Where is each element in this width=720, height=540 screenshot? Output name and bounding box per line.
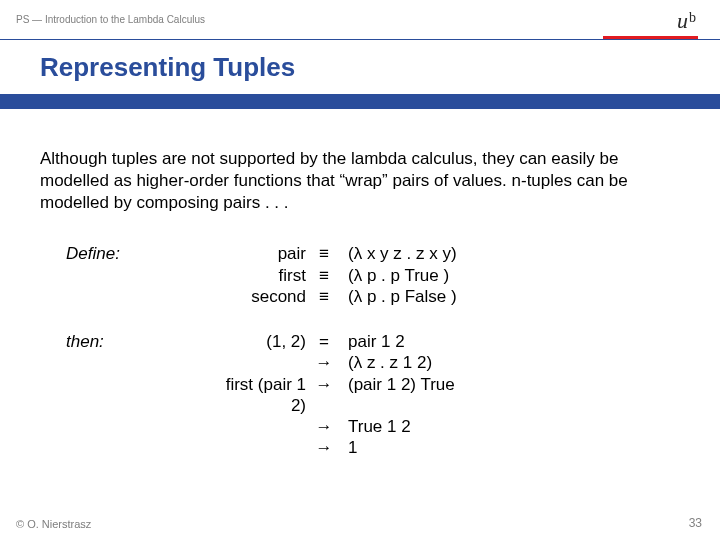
- eval-term-1: (1, 2): [200, 331, 310, 352]
- eval-rhs-3: (pair 1 2) True: [338, 374, 463, 417]
- eval-sym-3: →: [310, 374, 338, 417]
- intro-paragraph: Although tuples are not supported by the…: [40, 148, 680, 213]
- eval-term-5: [200, 437, 310, 458]
- eval-term-4: [200, 416, 310, 437]
- title-band: Representing Tuples: [0, 39, 720, 95]
- eval-sym-2: →: [310, 352, 338, 373]
- label-define: Define:: [60, 243, 200, 264]
- def-pair: (λ x y z . z x y): [338, 243, 463, 264]
- footer-copyright: © O. Nierstrasz: [16, 518, 91, 530]
- page-number: 33: [689, 516, 702, 530]
- eval-term-3: first (pair 1 2): [200, 374, 310, 417]
- eval-rhs-2: (λ z . z 1 2): [338, 352, 463, 373]
- eval-rhs-4: True 1 2: [338, 416, 463, 437]
- eval-rhs-5: 1: [338, 437, 463, 458]
- course-header: PS — Introduction to the Lambda Calculus: [16, 14, 205, 25]
- label-then: then:: [60, 331, 200, 352]
- def-second: (λ p . p False ): [338, 286, 463, 307]
- term-second: second: [200, 286, 310, 307]
- logo-b: b: [689, 10, 696, 25]
- header-strip: [0, 95, 720, 109]
- eval-sym-4: →: [310, 416, 338, 437]
- sym-pair: ≡: [310, 243, 338, 264]
- term-first: first: [200, 265, 310, 286]
- definitions-block: Define: pair ≡ (λ x y z . z x y) first ≡…: [40, 243, 680, 458]
- eval-sym-5: →: [310, 437, 338, 458]
- eval-rhs-1: pair 1 2: [338, 331, 463, 352]
- sym-first: ≡: [310, 265, 338, 286]
- eval-sym-1: =: [310, 331, 338, 352]
- eval-term-2: [200, 352, 310, 373]
- logo-u: u: [677, 8, 688, 33]
- definitions-table: Define: pair ≡ (λ x y z . z x y) first ≡…: [60, 243, 463, 458]
- page-title: Representing Tuples: [40, 52, 295, 83]
- sym-second: ≡: [310, 286, 338, 307]
- logo-mark: ub: [603, 8, 698, 34]
- def-first: (λ p . p True ): [338, 265, 463, 286]
- slide-content: Although tuples are not supported by the…: [40, 148, 680, 459]
- term-pair: pair: [200, 243, 310, 264]
